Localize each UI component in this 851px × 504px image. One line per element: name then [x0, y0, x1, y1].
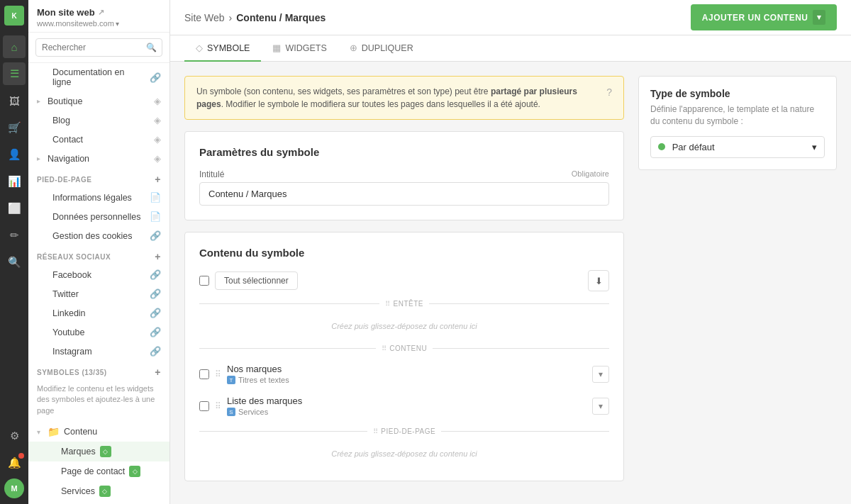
sidebar-item-blog[interactable]: Blog ◈ [28, 111, 169, 130]
nav-icon-notifications[interactable]: 🔔 [3, 452, 26, 474]
sidebar-item-contenu[interactable]: ▾ 📁 Contenu [28, 422, 169, 442]
topbar: Site Web › Contenu / Marques AJOUTER UN … [170, 0, 851, 35]
tab-widgets[interactable]: ▦ WIDGETS [261, 35, 338, 62]
select-all-checkbox[interactable] [199, 276, 209, 286]
row-title: Liste des marques [227, 396, 586, 406]
file-icon: 📄 [150, 192, 161, 203]
add-symbol-button[interactable]: + [155, 366, 161, 378]
sidebar-item-navigation[interactable]: ▸ Navigation ◈ [28, 149, 169, 168]
content-card: Contenu du symbole Tout sélectionner ⬇ ⠿… [184, 232, 624, 481]
divider-line [199, 303, 379, 304]
row-checkbox[interactable] [199, 369, 209, 379]
nav-icon-settings[interactable]: ⚙ [3, 425, 26, 447]
symbol-toolbar: Tout sélectionner ⬇ [199, 270, 609, 291]
add-content-button[interactable]: AJOUTER UN CONTENU ▾ [691, 4, 837, 30]
sidebar-item-page-contact[interactable]: Page de contact ◇ [28, 461, 169, 481]
pieddepage-drop-zone: Créez puis glissez-déposez du contenu ic… [199, 441, 609, 466]
nav-icon-media[interactable]: 🖼 [3, 89, 26, 112]
sidebar-item-services[interactable]: Services ◇ [28, 481, 169, 501]
pieddepage-label: ⠿ PIED-DE-PAGE [373, 427, 435, 435]
diamond-icon: ◈ [154, 96, 161, 106]
tab-symbole[interactable]: ◇ SYMBOLE [184, 35, 261, 62]
diamond-icon: ◈ [154, 153, 161, 164]
search-input[interactable] [35, 38, 162, 57]
divider-line [429, 303, 609, 304]
symbols-section-header: SYMBOLES (13/35) + [28, 361, 169, 381]
content-card-title: Contenu du symbole [199, 247, 609, 259]
link-icon: 🔗 [150, 230, 161, 241]
sidebar-item-cookies[interactable]: Gestion des cookies 🔗 [28, 226, 169, 245]
sidebar-item-module[interactable]: ▸ 📁 Module [28, 501, 169, 504]
sidebar-item-legal[interactable]: Informations légales 📄 [28, 188, 169, 207]
footer-section-header: PIED-DE-PAGE + [28, 168, 169, 188]
sidebar-navigation: Documentation en ligne 🔗 ▸ Boutique ◈ Bl… [28, 63, 169, 504]
nav-icon-blog[interactable]: ✏ [3, 224, 26, 247]
sidebar-item-instagram[interactable]: Instagram 🔗 [28, 342, 169, 361]
sidebar-item-linkedin[interactable]: Linkedin 🔗 [28, 303, 169, 323]
tab-bar: ◇ SYMBOLE ▦ WIDGETS ⊕ DUPLIQUER [170, 35, 851, 62]
chevron-right-icon: ▸ [37, 155, 40, 162]
external-link-icon[interactable]: ↗ [98, 8, 104, 17]
row-expand-button[interactable]: ▾ [592, 366, 609, 383]
diamond-icon: ◈ [154, 115, 161, 125]
nav-icon-seo[interactable]: 🔍 [3, 251, 26, 274]
app-logo[interactable]: K [4, 6, 24, 26]
row-sub-label: Services [238, 408, 268, 416]
add-social-button[interactable]: + [155, 251, 161, 262]
symbols-description: Modifiez le contenu et les widgets des s… [28, 381, 169, 422]
sidebar-item-facebook[interactable]: Facebook 🔗 [28, 265, 169, 284]
tab-dupliquer[interactable]: ⊕ DUPLIQUER [338, 35, 425, 62]
breadcrumb: Site Web › Contenu / Marques [184, 12, 326, 23]
widgets-tab-icon: ▦ [272, 43, 281, 53]
user-avatar[interactable]: M [4, 478, 24, 498]
url-chevron-icon: ▾ [116, 20, 119, 28]
chevron-down-icon: ▾ [37, 428, 40, 436]
nav-icon-contacts[interactable]: 👤 [3, 143, 26, 166]
icon-bar: K ⌂ ☰ 🖼 🛒 👤 📊 ⬜ ✏ 🔍 ⚙ 🔔 M [0, 0, 28, 504]
intitule-label: Intitulé Obligatoire [199, 169, 609, 179]
sidebar-item-twitter[interactable]: Twitter 🔗 [28, 284, 169, 303]
nav-icon-pages[interactable]: ☰ [3, 62, 26, 85]
download-button[interactable]: ⬇ [588, 270, 609, 291]
warning-banner: Un symbole (son contenu, ses widgets, se… [184, 76, 624, 120]
social-section-header: RÉSEAUX SOCIAUX + [28, 245, 169, 265]
row-checkbox[interactable] [199, 401, 209, 411]
sidebar-item-youtube[interactable]: Youtube 🔗 [28, 323, 169, 342]
sidebar-item-documentation[interactable]: Documentation en ligne 🔗 [28, 63, 169, 91]
sidebar-item-contact[interactable]: Contact ◈ [28, 130, 169, 149]
help-icon[interactable]: ? [606, 85, 612, 100]
row-expand-button[interactable]: ▾ [592, 398, 609, 415]
drag-handle-icon[interactable]: ⠿ [215, 369, 221, 379]
symbole-tab-icon: ◇ [196, 43, 203, 53]
entete-label: ⠿ ENTÊTE [385, 300, 423, 308]
sidebar-item-marques[interactable]: Marques ◇ [28, 442, 169, 461]
link-icon: 🔗 [150, 72, 161, 83]
params-card-title: Paramètres du symbole [199, 146, 609, 158]
sidebar-item-boutique[interactable]: ▸ Boutique ◈ [28, 91, 169, 111]
drag-handle-icon[interactable]: ⠿ [215, 401, 221, 411]
select-chevron-icon: ▾ [812, 142, 817, 152]
type-symbole-title: Type de symbole [650, 88, 825, 99]
nav-icon-apps[interactable]: ⬜ [3, 197, 26, 220]
content-row-liste-marques: ⠿ Liste des marques S Services ▾ [199, 390, 609, 422]
sidebar-item-personal[interactable]: Données personnelles 📄 [28, 207, 169, 226]
divider-line [433, 348, 609, 349]
site-url[interactable]: www.monsiteweb.com ▾ [37, 19, 161, 28]
select-all-button[interactable]: Tout sélectionner [215, 271, 298, 290]
content-area: Un symbole (son contenu, ses widgets, se… [170, 62, 851, 504]
symbol-icon: ◇ [129, 466, 140, 477]
type-symbole-desc: Définie l'apparence, le template et la n… [650, 103, 825, 128]
content-row-nos-marques: ⠿ Nos marques T Titres et textes ▾ [199, 358, 609, 390]
intitule-input[interactable] [199, 182, 609, 206]
nav-icon-home[interactable]: ⌂ [3, 35, 26, 58]
drag-icon: ⠿ [385, 300, 391, 308]
row-sub-label: Titres et textes [238, 376, 289, 384]
type-symbole-card: Type de symbole Définie l'apparence, le … [638, 76, 837, 170]
nav-icon-analytics[interactable]: 📊 [3, 170, 26, 193]
add-footer-button[interactable]: + [155, 174, 161, 185]
symbol-icon: ◇ [100, 446, 111, 457]
nav-icon-store[interactable]: 🛒 [3, 116, 26, 139]
add-chevron-icon: ▾ [813, 10, 826, 25]
type-select-dropdown[interactable]: Par défaut ▾ [650, 136, 825, 158]
right-panel: Type de symbole Définie l'apparence, le … [638, 76, 837, 490]
